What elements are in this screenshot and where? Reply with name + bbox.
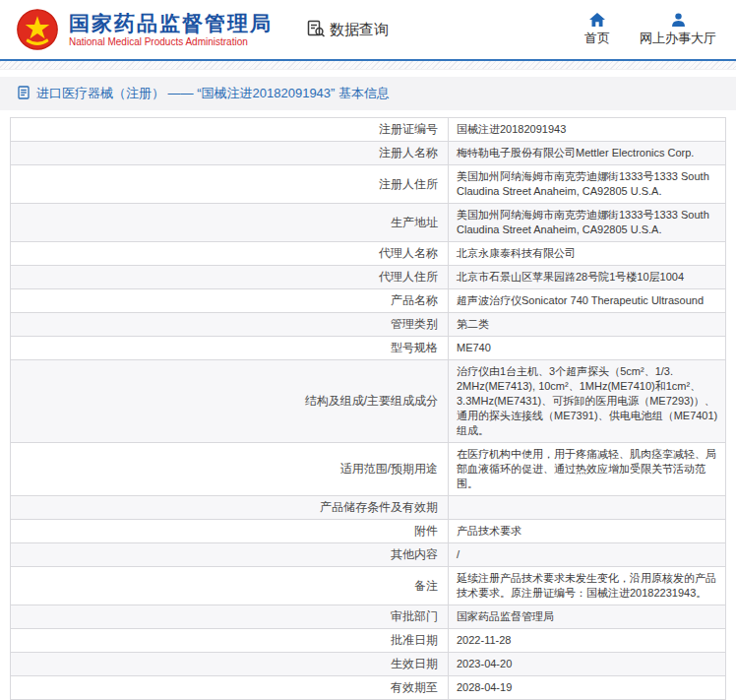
table-row: 注册人名称梅特勒电子股份有限公司Mettler Electronics Corp…	[11, 142, 726, 165]
table-row: 附件产品技术要求	[11, 520, 726, 543]
table-row: 管理类别第二类	[11, 313, 726, 337]
row-label: 生产地址	[11, 204, 449, 242]
row-value: 美国加州阿纳海姆市南克劳迪娜街1333号1333 South Claudina …	[449, 204, 726, 242]
row-value: 治疗仪由1台主机、3个超声探头（5cm²、1/3. 2MHz(ME7413), …	[449, 360, 726, 443]
row-label: 有效期至	[11, 676, 449, 700]
info-table-body: 注册证编号国械注进20182091943注册人名称梅特勒电子股份有限公司Mett…	[11, 118, 726, 700]
row-label: 附件	[11, 520, 449, 543]
data-query-icon	[306, 19, 326, 41]
table-row: 代理人名称北京永康泰科技有限公司	[11, 242, 726, 266]
table-row: 审批部门国家药品监督管理局	[11, 605, 726, 629]
table-row: 产品储存条件及有效期	[11, 496, 726, 520]
nav-service-hall-label: 网上办事大厅	[640, 30, 716, 47]
table-row: 生产地址美国加州阿纳海姆市南克劳迪娜街1333号1333 South Claud…	[11, 204, 726, 242]
national-emblem-icon	[16, 8, 59, 51]
header-nav: 首页 网上办事大厅	[584, 13, 722, 47]
site-header: 国家药品监督管理局 National Medical Products Admi…	[0, 0, 736, 59]
hatch-strip	[0, 61, 736, 70]
row-value: 美国加州阿纳海姆市南克劳迪娜街1333号1333 South Claudina …	[449, 165, 726, 204]
table-row: 型号规格ME740	[11, 337, 726, 360]
row-label: 适用范围/预期用途	[11, 443, 449, 496]
nav-home[interactable]: 首页	[584, 13, 610, 47]
nav-home-label: 首页	[584, 30, 610, 47]
row-value: 在医疗机构中使用，用于疼痛减轻、肌肉痉挛减轻、局部血液循环的促进、通过热效应增加…	[449, 443, 726, 496]
nav-service-hall[interactable]: 网上办事大厅	[640, 13, 716, 47]
row-value: 2023-04-20	[449, 653, 726, 676]
row-label: 批准日期	[11, 629, 449, 653]
row-value: 2022-11-28	[449, 629, 726, 653]
table-row: 备注延续注册产品技术要求未发生变化，沿用原核发的产品技术要求。原注册证编号：国械…	[11, 567, 726, 605]
row-label: 管理类别	[11, 313, 449, 337]
row-value: 延续注册产品技术要求未发生变化，沿用原核发的产品技术要求。原注册证编号：国械注进…	[449, 567, 726, 605]
row-label: 其他内容	[11, 543, 449, 567]
table-row: 生效日期2023-04-20	[11, 653, 726, 676]
registration-info-table-wrap: 注册证编号国械注进20182091943注册人名称梅特勒电子股份有限公司Mett…	[10, 117, 726, 700]
row-label: 生效日期	[11, 653, 449, 676]
breadcrumb: 进口医疗器械（注册） —— “国械注进20182091943” 基本信息	[0, 77, 736, 110]
row-label: 注册人名称	[11, 142, 449, 165]
nav-data-query-label: 数据查询	[330, 21, 389, 39]
table-row: 其他内容/	[11, 543, 726, 567]
table-row: 适用范围/预期用途在医疗机构中使用，用于疼痛减轻、肌肉痉挛减轻、局部血液循环的促…	[11, 443, 726, 496]
row-label: 产品储存条件及有效期	[11, 496, 449, 520]
table-row: 代理人住所北京市石景山区苹果园路28号院1号楼10层1004	[11, 266, 726, 289]
table-row: 结构及组成/主要组成成分治疗仪由1台主机、3个超声探头（5cm²、1/3. 2M…	[11, 360, 726, 443]
row-value: 2028-04-19	[449, 676, 726, 700]
row-value: 国械注进20182091943	[449, 118, 726, 142]
table-row: 产品名称超声波治疗仪Sonicator 740 Therapeutic Ultr…	[11, 289, 726, 313]
agency-title: 国家药品监督管理局	[69, 12, 273, 35]
row-label: 产品名称	[11, 289, 449, 313]
home-icon	[589, 13, 605, 28]
nav-data-query[interactable]: 数据查询	[306, 19, 389, 41]
row-value: 梅特勒电子股份有限公司Mettler Electronics Corp.	[449, 142, 726, 165]
row-value: 第二类	[449, 313, 726, 337]
row-label: 备注	[11, 567, 449, 605]
row-value: 北京永康泰科技有限公司	[449, 242, 726, 266]
table-row: 有效期至2028-04-19	[11, 676, 726, 700]
row-label: 型号规格	[11, 337, 449, 360]
document-icon	[18, 86, 30, 102]
table-row: 注册人住所美国加州阿纳海姆市南克劳迪娜街1333号1333 South Clau…	[11, 165, 726, 204]
row-value: 国家药品监督管理局	[449, 605, 726, 629]
row-label: 注册人住所	[11, 165, 449, 204]
agency-subtitle: National Medical Products Administration	[69, 36, 273, 47]
row-label: 审批部门	[11, 605, 449, 629]
row-label: 结构及组成/主要组成成分	[11, 360, 449, 443]
person-icon	[671, 13, 686, 28]
breadcrumb-text: 进口医疗器械（注册） —— “国械注进20182091943” 基本信息	[36, 85, 390, 102]
registration-info-table: 注册证编号国械注进20182091943注册人名称梅特勒电子股份有限公司Mett…	[10, 117, 726, 700]
row-value: 超声波治疗仪Sonicator 740 Therapeutic Ultrasou…	[449, 289, 726, 313]
row-label: 注册证编号	[11, 118, 449, 142]
row-value	[449, 496, 726, 520]
table-row: 注册证编号国械注进20182091943	[11, 118, 726, 142]
table-row: 批准日期2022-11-28	[11, 629, 726, 653]
row-value: ME740	[449, 337, 726, 360]
row-label: 代理人名称	[11, 242, 449, 266]
row-label: 代理人住所	[11, 266, 449, 289]
row-value: 北京市石景山区苹果园路28号院1号楼10层1004	[449, 266, 726, 289]
row-value: /	[449, 543, 726, 567]
agency-identity: 国家药品监督管理局 National Medical Products Admi…	[69, 12, 273, 47]
row-value: 产品技术要求	[449, 520, 726, 543]
